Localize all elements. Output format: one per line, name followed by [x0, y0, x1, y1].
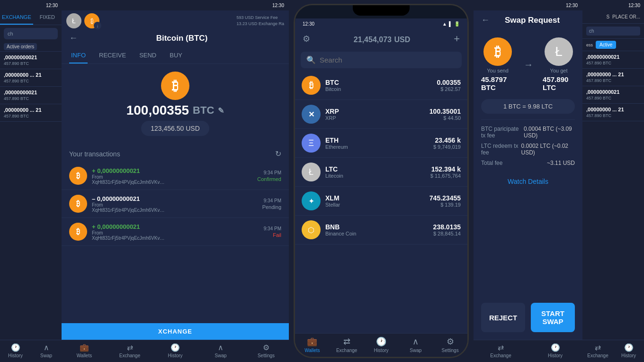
far-right-nav-exchange[interactable]: ⇄ Exchange: [582, 343, 613, 358]
fee-row-2: LTC redeem tx fee 0.0002 LTC (~0.02 USD): [481, 143, 575, 156]
btc-symbol: BTC: [325, 79, 432, 86]
btc-nav-exchange[interactable]: ⇄ Exchange: [107, 343, 152, 358]
nav-wallets[interactable]: 💼 Wallets: [295, 336, 330, 353]
xrp-glyph: ✕: [308, 110, 314, 119]
swap-back-button[interactable]: ←: [481, 15, 490, 25]
eth-fullname: Ethereum: [325, 144, 429, 150]
bnb-symbol: BNB: [325, 223, 429, 231]
btc-coin-strip: Ł ₿ ↓ 593 USD Service Fee 13.23 USD Exch…: [62, 10, 289, 28]
tx-amount-3: + 0,00000000021: [92, 223, 259, 230]
btc-back-button[interactable]: ←: [69, 33, 78, 43]
tab-fixed[interactable]: FIXED: [33, 10, 62, 25]
signal-icon: ▌: [449, 21, 452, 27]
tx-info-2: – 0,00000000021 From XqHt831rFj5tr4PVjqE…: [92, 195, 258, 213]
left-nav-history[interactable]: 🕐 History: [0, 343, 31, 358]
far-right-strip: 12:30 S PLACE OR... ch ess Active ,00000…: [582, 0, 644, 362]
far-right-nav-history[interactable]: 🕐 History: [613, 343, 644, 358]
nav-history[interactable]: 🕐 History: [364, 336, 399, 353]
fee-row-3: Total fee ~3.11 USD: [481, 160, 575, 166]
exchange-search-partial[interactable]: ch: [4, 28, 58, 39]
ltc-info: LTC Litecoin: [325, 165, 426, 179]
exchange-button[interactable]: XCHANGE: [62, 323, 289, 340]
tx-address-1: XqHt831rFj5tr4PVjqEcJmh6VKvHP62QiM: [92, 180, 168, 185]
exchange-tab-bar[interactable]: EXCHANGE FIXED: [0, 10, 62, 25]
tab-exchange[interactable]: EXCHANGE: [0, 10, 33, 25]
tab-info[interactable]: INFO: [69, 48, 88, 63]
swap-label-btc: Swap: [215, 353, 226, 358]
bnb-usd: $ 28,845.14: [433, 231, 461, 236]
start-swap-button[interactable]: START SWAP: [531, 303, 575, 332]
far-right-search[interactable]: ch: [582, 24, 644, 39]
btc-nav-history[interactable]: 🕐 History: [152, 343, 198, 358]
left-exchange-strip: 12:30 EXCHANGE FIXED ch Active orders ,0…: [0, 0, 62, 362]
btc-icon: ₿: [302, 76, 321, 95]
swap-icon-left: ∧: [44, 343, 49, 352]
history-icon-swap: 🕐: [551, 343, 560, 352]
tx-icon-3: ₿: [69, 223, 87, 241]
tx-item-1: ₿ + 0,00000000021 From XqHt831rFj5tr4PVj…: [62, 162, 289, 190]
place-order-text: PLACE OR...: [612, 13, 640, 20]
history-nav-label: History: [374, 348, 388, 353]
btc-large-icon: ₿: [161, 72, 189, 100]
filter-icon[interactable]: ⚙: [303, 34, 310, 44]
phone-status-bar: 12:30 ▲ ▌ 🔋: [295, 18, 467, 29]
eth-symbol: ETH: [325, 136, 429, 144]
coin-item-ltc[interactable]: Ł LTC Litecoin 152.394 k $ 11,675,764: [295, 158, 467, 187]
coin-item-xrp[interactable]: ✕ XRP XRP 100.35001 $ 44.50: [295, 100, 467, 129]
swap-fees: BTC paricipate tx fee 0.0004 BTC (~3.09 …: [474, 120, 582, 172]
wallets-nav-label: Wallets: [304, 348, 320, 353]
order-item-4: ,00000000 ... 21 457.890 BTC: [0, 104, 62, 122]
coin-item-xlm[interactable]: ✦ XLM Stellar 745.23455 $ 139.19: [295, 187, 467, 216]
far-right-search-box[interactable]: ch: [586, 27, 640, 36]
btc-nav-wallets[interactable]: 💼 Wallets: [62, 343, 107, 358]
edit-amount-icon[interactable]: ✎: [218, 106, 224, 115]
ltc-icon: Ł: [302, 163, 321, 181]
btc-nav-swap[interactable]: ∧ Swap: [198, 343, 243, 358]
tab-send[interactable]: SEND: [137, 48, 158, 63]
nav-swap[interactable]: ∧ Swap: [398, 336, 433, 353]
swap-ltc-icon: Ł: [545, 37, 573, 66]
ltc-fullname: Litecoin: [325, 173, 426, 179]
wallets-icon: 💼: [307, 336, 317, 347]
fee-row-1: BTC paricipate tx fee 0.0004 BTC (~3.09 …: [481, 126, 575, 139]
coin-item-bnb[interactable]: ⬡ BNB Binance Coin 238.0135 $ 28,845.14: [295, 216, 467, 244]
swap-nav-history[interactable]: 🕐 History: [528, 343, 582, 358]
swap-label-left: Swap: [40, 353, 52, 358]
active-orders-label: Active orders: [0, 42, 62, 52]
coin-item-btc[interactable]: ₿ BTC Bitcoin 0.00355 $ 262.57: [295, 71, 467, 100]
tx-right-2: 9:34 PM Pending: [262, 198, 281, 210]
reject-button[interactable]: REJECT: [481, 303, 525, 332]
btc-glyph: ₿: [309, 81, 313, 90]
refresh-button[interactable]: ↻: [275, 149, 281, 158]
nav-settings[interactable]: ⚙ Settings: [433, 336, 467, 353]
settings-label-btc: Settings: [258, 353, 275, 358]
btc-time: 12:30: [272, 3, 284, 8]
swap-nav-exchange[interactable]: ⇄ Exchange: [474, 343, 528, 358]
ltc-mini-icon: Ł: [66, 13, 81, 28]
phone-frame: 12:30 ▲ ▌ 🔋 ⚙ 21,454,073 USD +: [294, 4, 469, 358]
search-icon: 🔍: [306, 55, 316, 64]
wallet-search-bar[interactable]: 🔍: [301, 52, 462, 68]
add-wallet-button[interactable]: +: [454, 33, 460, 45]
fee-value-3: ~3.11 USD: [547, 160, 575, 166]
nav-exchange[interactable]: ⇄ Exchange: [330, 336, 364, 353]
tab-receive[interactable]: RECEIVE: [97, 48, 128, 63]
ltc-symbol: LTC: [325, 165, 426, 173]
swap-nav-label: Swap: [410, 348, 421, 353]
wallet-header: ⚙ 21,454,073 USD +: [295, 29, 467, 49]
phone-notch: [295, 5, 467, 18]
btc-values: 0.00355 $ 262.57: [437, 79, 461, 92]
exchange-label-btc: Exchange: [119, 353, 140, 358]
btc-tabs[interactable]: INFO RECEIVE SEND BUY: [62, 48, 289, 64]
exchange-label-far-right: Exchange: [587, 353, 608, 358]
fee-value-1: 0.0004 BTC (~3.09 USD): [524, 126, 575, 139]
coin-item-eth[interactable]: Ξ ETH Ethereum 23.456 k $ 9,749,019: [295, 129, 467, 158]
swap-icon: ∧: [412, 336, 419, 347]
watch-details-button[interactable]: Watch Details: [474, 172, 582, 191]
xrp-icon: ✕: [302, 105, 321, 124]
btc-nav-settings[interactable]: ⚙ Settings: [243, 343, 289, 358]
search-input[interactable]: [320, 56, 456, 64]
swap-icon-btc: ∧: [218, 343, 224, 352]
left-nav-swap[interactable]: ∧ Swap: [31, 343, 62, 358]
tab-buy[interactable]: BUY: [168, 48, 184, 63]
